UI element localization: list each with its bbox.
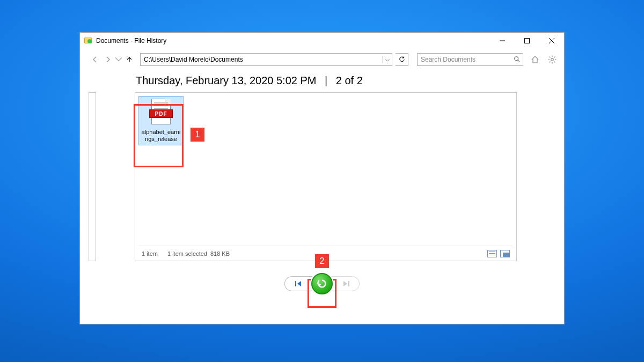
back-button[interactable] [90,54,100,65]
svg-line-11 [550,57,551,58]
home-icon[interactable] [530,54,540,65]
pdf-file-icon: PDF [148,99,174,128]
svg-point-4 [515,56,518,60]
navigation-toolbar: C:\Users\David Morelo\Documents [80,49,564,70]
details-view-button[interactable] [487,250,497,257]
close-button[interactable] [539,33,564,49]
restore-button[interactable] [311,273,333,294]
icons-view-button[interactable] [500,250,510,257]
svg-rect-16 [348,281,349,286]
svg-line-14 [550,62,551,63]
next-version-button[interactable] [332,276,360,291]
version-datetime: Thursday, February 13, 2020 5:02 PM [136,75,316,86]
svg-rect-1 [525,39,530,43]
svg-line-13 [554,57,555,58]
refresh-button[interactable] [396,53,408,66]
search-input[interactable] [418,56,511,63]
address-dropdown-icon[interactable] [382,56,392,63]
status-bar: 1 item 1 item selected 818 KB [138,246,513,261]
previous-version-button[interactable] [284,276,312,291]
svg-point-6 [551,58,553,61]
version-controls [80,273,564,294]
search-icon[interactable] [511,56,523,64]
status-item-count: 1 item [142,250,158,257]
maximize-button[interactable] [515,33,539,49]
forward-button[interactable] [103,54,113,65]
svg-line-5 [518,60,519,61]
status-selection: 1 item selected [167,250,207,257]
history-dropdown-icon[interactable] [115,54,122,65]
svg-line-12 [554,62,555,63]
file-name: alphabet_earnings_release [140,129,182,143]
up-button[interactable] [124,54,135,65]
minimize-button[interactable] [490,33,515,49]
file-list-pane[interactable]: PDF alphabet_earnings_release 1 item 1 i… [135,92,517,261]
address-text: C:\Users\David Morelo\Documents [141,56,382,63]
titlebar: Documents - File History [80,33,564,49]
svg-rect-15 [295,281,296,286]
version-heading: Thursday, February 13, 2020 5:02 PM | 2 … [80,70,564,92]
search-box[interactable] [417,53,523,66]
file-item-selected[interactable]: PDF alphabet_earnings_release [138,96,184,145]
window-title: Documents - File History [96,37,166,45]
status-size: 818 KB [210,250,230,257]
pdf-badge: PDF [149,109,173,118]
settings-gear-icon[interactable] [547,54,558,65]
heading-separator: | [325,75,327,86]
address-bar[interactable]: C:\Users\David Morelo\Documents [140,53,392,66]
previous-version-pane[interactable] [89,92,96,261]
file-history-window: Documents - File History C:\Users\D [79,32,565,324]
version-position: 2 of 2 [336,75,363,86]
app-icon [84,36,93,45]
